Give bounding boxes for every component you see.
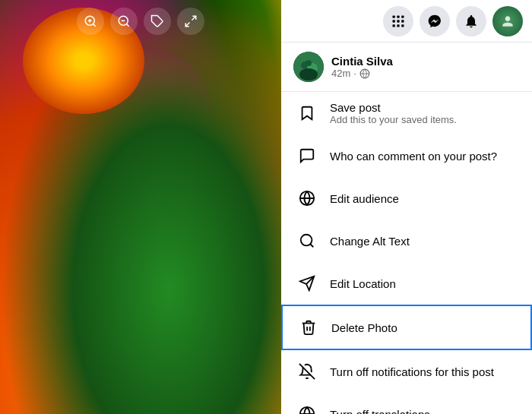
svg-rect-10 (393, 15, 395, 17)
menu-item-edit-audience[interactable]: Edit audience (281, 177, 532, 220)
time-separator: · (353, 68, 356, 79)
menu-icon-delete-photo (295, 314, 322, 341)
menu-item-turn-off-notifications[interactable]: Turn off notifications for this post (281, 350, 532, 393)
profile-button[interactable] (492, 6, 523, 36)
expand-button[interactable] (177, 8, 204, 35)
menu-label-change-alt-text: Change Alt Text (330, 235, 410, 248)
right-panel: Cintia Silva 42m · Save postAdd this to … (281, 0, 532, 414)
svg-rect-11 (397, 15, 399, 17)
svg-line-30 (299, 364, 315, 379)
svg-line-1 (93, 24, 95, 26)
svg-line-27 (310, 244, 313, 247)
menu-item-edit-location[interactable]: Edit Location (281, 262, 532, 305)
svg-line-9 (185, 23, 189, 27)
tag-button[interactable] (144, 8, 171, 35)
menu-icon-turn-off-translations (293, 400, 321, 414)
menu-label-delete-photo: Delete Photo (331, 321, 397, 334)
menu-text-delete-photo: Delete Photo (331, 321, 397, 334)
svg-point-26 (301, 235, 312, 246)
svg-rect-17 (397, 24, 399, 27)
menu-label-save-post: Save post (330, 101, 457, 114)
menu-icon-change-alt-text (293, 227, 321, 254)
photo-area (0, 0, 281, 414)
messenger-button[interactable] (420, 6, 450, 36)
post-time: 42m · (331, 68, 393, 79)
svg-line-5 (126, 24, 128, 26)
photo-toolbar (77, 8, 204, 35)
svg-rect-12 (401, 15, 404, 17)
zoom-out-button[interactable] (110, 8, 138, 35)
photo-overlay (0, 0, 281, 414)
svg-rect-14 (397, 20, 399, 22)
avatar (293, 52, 324, 82)
svg-rect-15 (401, 20, 404, 22)
menu-icon-save-post (293, 100, 321, 127)
svg-point-22 (306, 60, 312, 66)
menu-label-turn-off-notifications: Turn off notifications for this post (330, 365, 494, 378)
post-meta: Cintia Silva 42m · (331, 55, 393, 79)
svg-point-23 (299, 68, 318, 81)
menu-text-edit-audience: Edit audience (330, 192, 399, 205)
top-nav (281, 0, 532, 43)
svg-rect-18 (401, 24, 404, 27)
menu-label-edit-location: Edit Location (330, 277, 396, 290)
svg-line-8 (192, 16, 196, 20)
menu-item-save-post[interactable]: Save postAdd this to your saved items. (281, 92, 532, 134)
menu-text-edit-location: Edit Location (330, 277, 396, 290)
menu-icon-edit-audience (293, 185, 321, 212)
menu-text-who-can-comment: Who can comment on your post? (330, 150, 497, 163)
menu-item-turn-off-translations[interactable]: Turn off translations (281, 393, 532, 414)
menu-text-turn-off-notifications: Turn off notifications for this post (330, 365, 494, 378)
dropdown-menu: Save postAdd this to your saved items.Wh… (281, 91, 532, 414)
menu-text-save-post: Save postAdd this to your saved items. (330, 101, 457, 125)
menu-icon-turn-off-notifications (293, 358, 321, 385)
menu-item-change-alt-text[interactable]: Change Alt Text (281, 220, 532, 262)
menu-text-turn-off-translations: Turn off translations (330, 408, 430, 415)
zoom-in-button[interactable] (77, 8, 104, 35)
svg-rect-13 (393, 20, 395, 22)
globe-icon (359, 68, 370, 79)
menu-icon-who-can-comment (293, 142, 321, 169)
post-header: Cintia Silva 42m · (281, 43, 532, 91)
menu-item-who-can-comment[interactable]: Who can comment on your post? (281, 134, 532, 177)
post-author: Cintia Silva (331, 55, 393, 68)
menu-icon-edit-location (293, 270, 321, 297)
menu-label-turn-off-translations: Turn off translations (330, 408, 430, 415)
menu-label-who-can-comment: Who can comment on your post? (330, 150, 497, 163)
menu-item-delete-photo[interactable]: Delete Photo (281, 305, 532, 350)
notifications-button[interactable] (456, 6, 486, 36)
menu-text-change-alt-text: Change Alt Text (330, 235, 410, 248)
menu-sublabel-save-post: Add this to your saved items. (330, 114, 457, 125)
menu-label-edit-audience: Edit audience (330, 192, 399, 205)
svg-rect-16 (393, 24, 395, 27)
apps-button[interactable] (383, 6, 413, 36)
